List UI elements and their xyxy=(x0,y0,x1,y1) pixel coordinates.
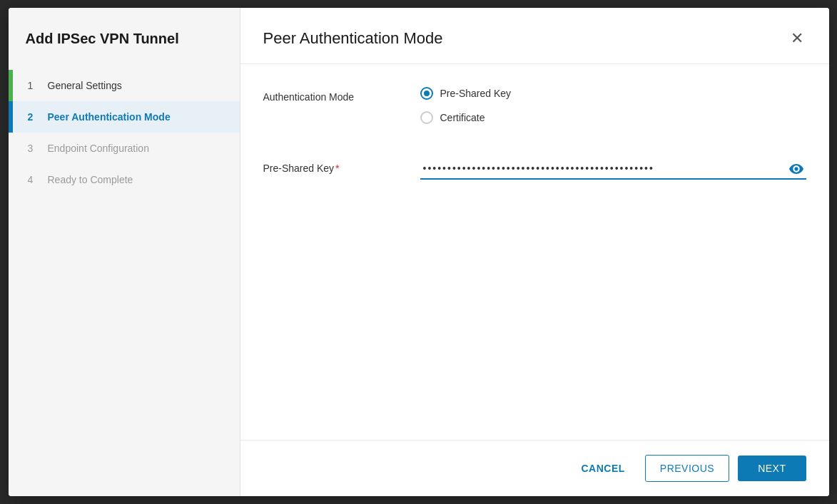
psk-input[interactable] xyxy=(420,158,806,180)
required-indicator: * xyxy=(335,163,339,174)
modal-overlay: Add IPSec VPN Tunnel 1 General Settings … xyxy=(0,0,837,504)
cert-radio-label: Certificate xyxy=(440,112,485,123)
step-3-label: Endpoint Configuration xyxy=(48,143,149,154)
toggle-visibility-button[interactable] xyxy=(789,164,803,174)
cert-radio-option[interactable]: Certificate xyxy=(420,111,806,124)
auth-mode-row: Authentication Mode Pre-Shared Key Certi… xyxy=(263,87,806,135)
wizard-step-3[interactable]: 3 Endpoint Configuration xyxy=(9,133,240,164)
auth-mode-label: Authentication Mode xyxy=(263,87,420,103)
main-content: Peer Authentication Mode ✕ Authenticatio… xyxy=(240,8,829,496)
step-2-label: Peer Authentication Mode xyxy=(48,111,171,123)
close-icon: ✕ xyxy=(791,31,803,46)
psk-row: Pre-Shared Key* xyxy=(263,158,806,180)
cancel-button[interactable]: CANCEL xyxy=(569,456,636,481)
page-title: Peer Authentication Mode xyxy=(263,29,443,48)
psk-label: Pre-Shared Key* xyxy=(263,158,420,174)
next-button[interactable]: NEXT xyxy=(738,456,806,481)
step-4-label: Ready to Complete xyxy=(48,174,133,185)
step-1-number: 1 xyxy=(28,80,39,91)
modal-footer: CANCEL PREVIOUS NEXT xyxy=(240,440,829,496)
cert-radio-input[interactable] xyxy=(420,111,433,124)
psk-radio-label: Pre-Shared Key xyxy=(440,88,512,99)
wizard-step-1[interactable]: 1 General Settings xyxy=(9,70,240,101)
password-wrapper xyxy=(420,158,806,180)
auth-mode-options: Pre-Shared Key Certificate xyxy=(420,87,806,135)
step-3-number: 3 xyxy=(28,143,39,154)
main-header: Peer Authentication Mode ✕ xyxy=(240,8,829,64)
wizard-sidebar: Add IPSec VPN Tunnel 1 General Settings … xyxy=(9,8,240,496)
psk-radio-input[interactable] xyxy=(420,87,433,100)
wizard-step-4[interactable]: 4 Ready to Complete xyxy=(9,164,240,195)
psk-radio-option[interactable]: Pre-Shared Key xyxy=(420,87,806,100)
close-button[interactable]: ✕ xyxy=(788,28,806,49)
previous-button[interactable]: PREVIOUS xyxy=(645,455,729,482)
form-area: Authentication Mode Pre-Shared Key Certi… xyxy=(240,64,829,440)
psk-field xyxy=(420,158,806,180)
eye-icon xyxy=(789,164,803,174)
wizard-steps: 1 General Settings 2 Peer Authentication… xyxy=(9,70,240,195)
modal-dialog: Add IPSec VPN Tunnel 1 General Settings … xyxy=(9,8,829,496)
wizard-title: Add IPSec VPN Tunnel xyxy=(9,31,240,70)
step-4-number: 4 xyxy=(28,174,39,185)
wizard-step-2[interactable]: 2 Peer Authentication Mode xyxy=(9,101,240,133)
step-2-number: 2 xyxy=(28,111,39,123)
step-1-label: General Settings xyxy=(48,80,122,91)
